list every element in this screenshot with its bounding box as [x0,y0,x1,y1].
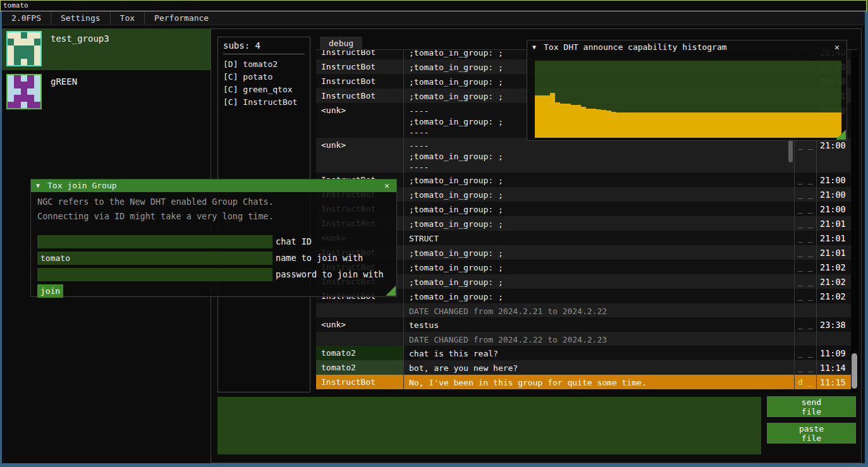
histogram-bar [744,112,749,138]
histogram-bar [805,112,810,138]
message-text: chat is this real? [403,346,794,360]
avatar-cell [21,88,27,95]
avatar-cell [21,75,27,82]
histogram-bar [657,112,663,138]
message-sender: <unk> [316,103,403,138]
message-sender: InstructBot [316,50,403,59]
date-changed-row: DATE CHANGED from 2024.2.21 to 2024.2.22 [316,303,851,317]
message-text: ;tomato_in_group: ; [403,274,794,289]
send-file-button[interactable]: send file [767,396,856,417]
name-field[interactable]: tomato [37,252,272,265]
close-icon[interactable]: ✕ [831,40,843,54]
avatar-cell [34,82,40,88]
tab-debug[interactable]: debug [320,37,362,50]
message-text: No, I've been in this group for quite so… [403,375,794,389]
avatar-cell [34,88,40,95]
message-status: _ _ [794,173,816,187]
subs-member-item[interactable]: [C] potato [223,71,305,83]
histogram-bar [729,112,734,138]
message-status: _ _ [794,216,816,231]
histogram-bar [699,112,704,138]
menu-item-tox[interactable]: Tox [111,11,145,25]
ngc-description-line2: Connecting via ID might take a very long… [37,211,396,221]
avatar-cell [34,59,40,65]
resize-grip[interactable] [386,286,396,296]
chat-id-field[interactable] [37,235,272,248]
join-group-window: ▼ Tox join Group ✕ NGC refers to the New… [30,179,397,297]
histogram-bar [545,95,550,138]
histogram-window-title: Tox DHT announce capability histogram [544,42,727,52]
password-field-label: password to join with [276,268,384,281]
histogram-bar [668,112,673,138]
avatar-cell [14,82,20,88]
message-status: _ _ [794,260,816,274]
message-row: tomato2bot, are you new here?_ _11:14 [316,360,851,375]
avatar-cell [27,95,34,101]
histogram-bar [688,112,693,138]
avatar-cell [8,102,14,108]
message-status [794,303,816,317]
message-text: bot, are you new here? [403,360,794,375]
message-timestamp: 21:02 [816,274,851,289]
chat-scrollbar-grab[interactable] [852,353,857,389]
message-timestamp: 21:00 [816,187,851,202]
message-cell-scrollbar[interactable] [788,139,793,171]
histogram-bar [704,112,709,138]
message-timestamp [816,303,851,317]
subs-member-item[interactable]: [C] InstructBot [223,96,305,109]
histogram-bar [785,112,790,138]
histogram-bar [560,104,565,138]
menu-item-settings[interactable]: Settings [51,11,111,25]
avatar-cell [34,45,40,52]
group-item-gREEN[interactable]: gREEN [2,71,211,107]
histogram-bar [714,112,719,138]
histogram-bar [606,111,611,138]
message-text: testus [403,317,794,332]
histogram-bar [586,109,591,138]
message-text: ;tomato_in_group: ; [403,216,794,231]
group-avatar [6,31,42,66]
message-timestamp: 21:00 [816,138,851,173]
message-cell-scrollbar-grab[interactable] [788,140,793,162]
message-input[interactable] [217,397,761,454]
histogram-bar [576,105,581,138]
avatar-cell [27,102,34,108]
message-text: DATE CHANGED from 2024.2.21 to 2024.2.22 [403,303,794,317]
message-row: tomato2chat is this real?_ _11:09 [316,346,851,360]
message-status: _ _ [794,360,816,375]
subs-member-item[interactable]: [C] green_qtox [223,83,305,96]
join-field-row: tomatoname to join with [37,252,363,265]
password-field[interactable] [37,268,272,281]
avatar-cell [8,52,14,58]
message-sender [316,303,403,317]
message-text: ---- ;tomato_in_group: ; ---- [403,138,794,173]
date-changed-row: DATE CHANGED from 2024.2.22 to 2024.2.23 [316,332,851,346]
collapse-arrow-icon[interactable]: ▼ [36,179,40,192]
message-timestamp: 11:15 [816,375,851,389]
join-button[interactable]: join [37,284,63,298]
message-timestamp: 21:02 [816,260,851,274]
histogram-bar [821,112,826,138]
group-item-test_group3[interactable]: test_group3 [2,28,211,70]
join-field-row: chat ID [37,235,312,248]
close-icon[interactable]: ✕ [381,179,393,192]
chat-scrollbar[interactable] [851,50,858,392]
histogram-bar [759,112,764,138]
subs-member-item[interactable]: [D] tomato2 [223,58,305,71]
avatar-cell [8,32,14,39]
message-status: _ _ [794,231,816,245]
histogram-bar [663,112,668,138]
collapse-arrow-icon[interactable]: ▼ [532,40,536,54]
avatar-cell [34,75,40,82]
menu-item-performance[interactable]: Performance [145,11,218,25]
avatar-cell [14,75,20,82]
avatar-cell [34,52,40,58]
fps-counter: 2.0FPS [2,11,51,25]
paste-file-button[interactable]: paste file [767,423,856,444]
histogram-bar [810,112,816,138]
histogram-bar [800,112,805,138]
os-window-title: tomato [0,0,867,11]
resize-grip[interactable] [836,130,846,140]
separator [223,54,305,54]
message-timestamp: 21:02 [816,289,851,303]
